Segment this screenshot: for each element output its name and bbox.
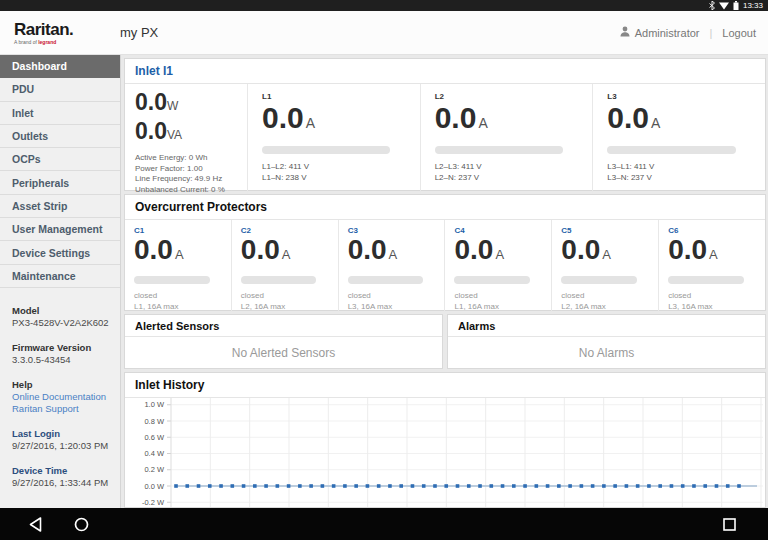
ocp-c4-current: 0.0 xyxy=(454,234,493,265)
sidebar-item-asset-strip[interactable]: Asset Strip xyxy=(0,195,120,218)
phase-l3-voltage-ll: L3–L1: 411 V xyxy=(607,162,753,173)
last-login-label: Last Login xyxy=(12,428,112,439)
model-value: PX3-4528V-V2A2K602 xyxy=(12,317,112,328)
active-energy: Active Energy: 0 Wh xyxy=(135,153,239,164)
ocp-c1-detail: L1, 16A max xyxy=(134,302,223,313)
raritan-logo: Raritan. A brand of legrand xyxy=(0,21,106,45)
ocp-c6-current: 0.0 xyxy=(668,234,707,265)
last-login-value: 9/27/2016, 1:20:03 PM xyxy=(12,440,112,451)
firmware-label: Firmware Version xyxy=(12,342,112,353)
inlet-power-summary: 0.0W 0.0VA Active Energy: 0 Wh Power Fac… xyxy=(125,84,247,195)
phase-l1-current: 0.0 xyxy=(262,101,304,134)
svg-text:0.2 W: 0.2 W xyxy=(144,465,165,474)
raritan-support-link[interactable]: Raritan Support xyxy=(12,403,112,414)
ocp-c5-status: closed xyxy=(561,291,650,302)
ocp-c3-status: closed xyxy=(348,291,437,302)
user-icon xyxy=(620,26,630,39)
ocp-c4-meter xyxy=(454,276,530,284)
user-name: Administrator xyxy=(635,27,700,39)
phase-l1-voltage-ln: L1–N: 238 V xyxy=(262,173,408,184)
sidebar-item-dashboard[interactable]: Dashboard xyxy=(0,55,120,78)
phase-l1-label: L1 xyxy=(262,92,408,101)
apparent-power-unit: VA xyxy=(167,128,182,142)
sidebar-item-inlet[interactable]: Inlet xyxy=(0,102,120,125)
phase-l3-current: 0.0 xyxy=(607,101,649,134)
ocp-c5-current: 0.0 xyxy=(561,234,600,265)
svg-text:0.6 W: 0.6 W xyxy=(144,433,165,442)
legrand-tagline: A brand of legrand xyxy=(14,39,106,45)
ocp-c1: C1 0.0A closed L1, 16A max xyxy=(125,220,231,312)
phase-l2-voltage-ln: L2–N: 237 V xyxy=(435,173,581,184)
active-power-unit: W xyxy=(167,99,178,113)
help-label: Help xyxy=(12,379,112,390)
sidebar-item-peripherals[interactable]: Peripherals xyxy=(0,171,120,194)
inlet-panel: Inlet I1 0.0W 0.0VA Active Energy: 0 Wh … xyxy=(124,58,766,191)
phase-l3-label: L3 xyxy=(607,92,753,101)
svg-text:1.0 W: 1.0 W xyxy=(144,400,165,409)
home-button[interactable] xyxy=(64,511,98,537)
header-separator: | xyxy=(709,27,712,39)
ocp-c3-current: 0.0 xyxy=(348,234,387,265)
power-factor: Power Factor: 1.00 xyxy=(135,164,239,175)
ocp-c6-meter xyxy=(668,276,744,284)
ocp-c5-detail: L2, 16A max xyxy=(561,302,650,313)
sidebar-item-pdu[interactable]: PDU xyxy=(0,78,120,101)
alarms-empty: No Alarms xyxy=(448,337,765,368)
svg-text:0.4 W: 0.4 W xyxy=(144,449,165,458)
ocp-c2-detail: L2, 16A max xyxy=(241,302,330,313)
svg-text:-0.2 W: -0.2 W xyxy=(142,498,165,507)
ocp-c4-detail: L1, 16A max xyxy=(454,302,543,313)
inlet-panel-title[interactable]: Inlet I1 xyxy=(125,59,765,84)
ocp-c6-status: closed xyxy=(668,291,757,302)
inlet-history-chart: 1.0 W0.8 W0.6 W0.4 W0.2 W0.0 W-0.2 W xyxy=(125,398,765,507)
sidebar-item-user-management[interactable]: User Management xyxy=(0,218,120,241)
ocp-c2-status: closed xyxy=(241,291,330,302)
ocp-c3-meter xyxy=(348,276,424,284)
phase-l2-current: 0.0 xyxy=(435,101,477,134)
svg-text:0.8 W: 0.8 W xyxy=(144,417,165,426)
ocp-c2-meter xyxy=(241,276,317,284)
dashboard-main: Inlet I1 0.0W 0.0VA Active Energy: 0 Wh … xyxy=(121,55,768,508)
inlet-history-panel: Inlet History 1.0 W0.8 W0.6 W0.4 W0.2 W0… xyxy=(124,372,766,508)
online-documentation-link[interactable]: Online Documentation xyxy=(12,391,112,402)
sidebar-item-device-settings[interactable]: Device Settings xyxy=(0,241,120,264)
logout-button[interactable]: Logout xyxy=(722,27,756,39)
ocp-c2-current: 0.0 xyxy=(241,234,280,265)
phase-l2-voltage-ll: L2–L3: 411 V xyxy=(435,162,581,173)
alerted-sensors-empty: No Alerted Sensors xyxy=(125,337,442,368)
ocp-c1-status: closed xyxy=(134,291,223,302)
ocp-c2: C2 0.0A closed L2, 16A max xyxy=(231,220,338,312)
active-power-value: 0.0 xyxy=(135,89,167,115)
phase-l1: L1 0.0A L1–L2: 411 V L1–N: 238 V xyxy=(247,84,420,195)
sidebar-info: Model PX3-4528V-V2A2K602 Firmware Versio… xyxy=(0,288,120,488)
ocp-c6-detail: L3, 16A max xyxy=(668,302,757,313)
recents-button[interactable] xyxy=(712,511,746,537)
status-bar-clock: 13:33 xyxy=(743,2,763,10)
bluetooth-icon xyxy=(709,1,715,10)
legrand-brand: legrand xyxy=(38,39,56,45)
ocp-c3-detail: L3, 16A max xyxy=(348,302,437,313)
app-header: Raritan. A brand of legrand my PX Admini… xyxy=(0,11,768,55)
phase-l1-voltage-ll: L1–L2: 411 V xyxy=(262,162,408,173)
user-menu[interactable]: Administrator xyxy=(620,26,700,39)
alarms-title: Alarms xyxy=(448,315,765,337)
model-label: Model xyxy=(12,305,112,316)
svg-text:0.0 W: 0.0 W xyxy=(144,482,165,491)
firmware-value: 3.3.0.5-43454 xyxy=(12,354,112,365)
android-nav-bar xyxy=(0,508,768,540)
phase-l3-meter xyxy=(607,146,735,154)
ocp-panel-title: Overcurrent Protectors xyxy=(125,195,765,220)
phase-l2: L2 0.0A L2–L3: 411 V L2–N: 237 V xyxy=(420,84,593,195)
sidebar-item-maintenance[interactable]: Maintenance xyxy=(0,265,120,288)
sidebar-item-ocps[interactable]: OCPs xyxy=(0,148,120,171)
ocp-c5-meter xyxy=(561,276,637,284)
ocp-c4-status: closed xyxy=(454,291,543,302)
ocp-c4: C4 0.0A closed L1, 16A max xyxy=(444,220,551,312)
sidebar-item-outlets[interactable]: Outlets xyxy=(0,125,120,148)
battery-icon xyxy=(733,1,739,10)
ocp-c1-meter xyxy=(134,276,210,284)
ocp-c3: C3 0.0A closed L3, 16A max xyxy=(338,220,445,312)
phase-l2-meter xyxy=(435,146,563,154)
alerted-sensors-title: Alerted Sensors xyxy=(125,315,442,337)
back-button[interactable] xyxy=(18,511,52,537)
